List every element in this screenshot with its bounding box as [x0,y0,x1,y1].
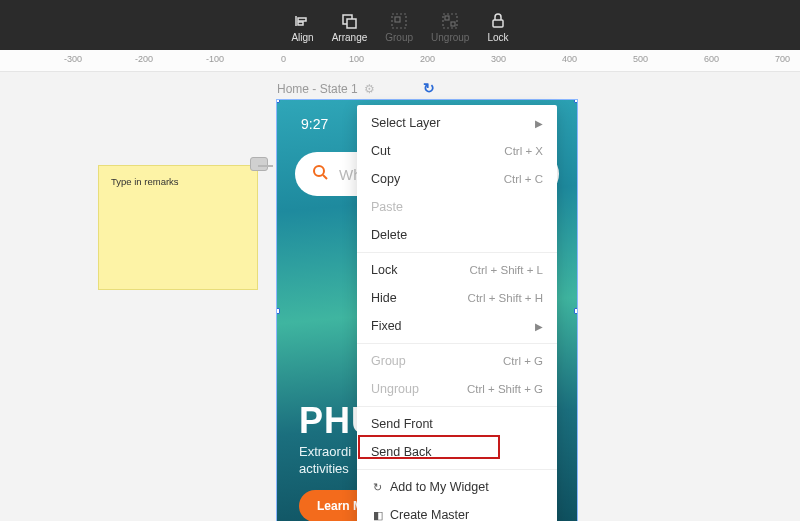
align-label: Align [291,32,313,43]
menu-lock[interactable]: LockCtrl + Shift + L [357,256,557,284]
menu-cut[interactable]: CutCtrl + X [357,137,557,165]
resize-handle[interactable] [277,308,280,314]
sticky-text: Type in remarks [111,176,179,187]
svg-rect-5 [392,14,406,28]
design-canvas[interactable]: Type in remarks Home - State 1 ⚙ ↻ 9:27 … [0,72,800,521]
svg-line-12 [323,175,327,179]
menu-paste: Paste [357,193,557,221]
svg-point-11 [314,166,324,176]
ruler-tick: 300 [491,54,506,64]
ruler-tick: 0 [281,54,286,64]
menu-send-back[interactable]: Send Back [357,438,557,466]
top-toolbar: Align Arrange Group Ungroup Lock [0,0,800,50]
svg-rect-2 [298,22,303,25]
artboard-title[interactable]: Home - State 1 ⚙ [277,82,375,96]
arrange-tool[interactable]: Arrange [332,12,368,43]
ruler-tick: 200 [420,54,435,64]
svg-rect-6 [395,17,400,22]
hero-subtitle: Extraordiactivities [299,444,351,478]
ruler-tick: -100 [206,54,224,64]
menu-select-layer[interactable]: Select Layer▶ [357,109,557,137]
ungroup-label: Ungroup [431,32,469,43]
svg-rect-8 [445,16,449,20]
lock-tool[interactable]: Lock [487,12,508,43]
menu-delete[interactable]: Delete [357,221,557,249]
ruler-tick: 700 [775,54,790,64]
svg-rect-4 [347,19,356,28]
sticky-connector [258,165,273,167]
gear-icon[interactable]: ⚙ [364,82,375,96]
resize-handle[interactable] [574,100,577,103]
ruler-tick: 100 [349,54,364,64]
refresh-icon[interactable]: ↻ [423,80,435,96]
arrange-label: Arrange [332,32,368,43]
chevron-right-icon: ▶ [535,118,543,129]
ruler-tick: -300 [64,54,82,64]
menu-send-front[interactable]: Send Front [357,410,557,438]
menu-create-master[interactable]: ◧Create Master [357,501,557,521]
svg-rect-1 [298,18,306,21]
arrange-icon [340,12,358,30]
group-label: Group [385,32,413,43]
menu-copy[interactable]: CopyCtrl + C [357,165,557,193]
menu-add-to-widget[interactable]: ↻Add to My Widget [357,473,557,501]
resize-handle[interactable] [277,100,280,103]
group-tool: Group [385,12,413,43]
status-time: 9:27 [301,116,328,132]
menu-hide[interactable]: HideCtrl + Shift + H [357,284,557,312]
context-menu: Select Layer▶ CutCtrl + X CopyCtrl + C P… [357,105,557,521]
align-icon [294,12,312,30]
ruler-tick: 400 [562,54,577,64]
ruler-tick: 600 [704,54,719,64]
artboard-title-text: Home - State 1 [277,82,358,96]
menu-fixed[interactable]: Fixed▶ [357,312,557,340]
search-icon [311,163,329,186]
group-icon [390,12,408,30]
ungroup-tool: Ungroup [431,12,469,43]
lock-icon [489,12,507,30]
ruler-tick: -200 [135,54,153,64]
ruler-tick: 500 [633,54,648,64]
align-tool[interactable]: Align [291,12,313,43]
svg-rect-10 [493,20,503,27]
svg-rect-9 [451,22,455,26]
refresh-small-icon: ↻ [371,481,384,494]
menu-group: GroupCtrl + G [357,347,557,375]
resize-handle[interactable] [574,308,577,314]
ungroup-icon [441,12,459,30]
sticky-note[interactable]: Type in remarks [98,165,258,290]
sticky-pin-icon [250,157,268,171]
horizontal-ruler: -300 -200 -100 0 100 200 300 400 500 600… [0,50,800,72]
menu-ungroup: UngroupCtrl + Shift + G [357,375,557,403]
lock-label: Lock [487,32,508,43]
master-icon: ◧ [371,509,384,521]
chevron-right-icon: ▶ [535,321,543,332]
sticky-note-widget[interactable]: Type in remarks [98,165,258,290]
